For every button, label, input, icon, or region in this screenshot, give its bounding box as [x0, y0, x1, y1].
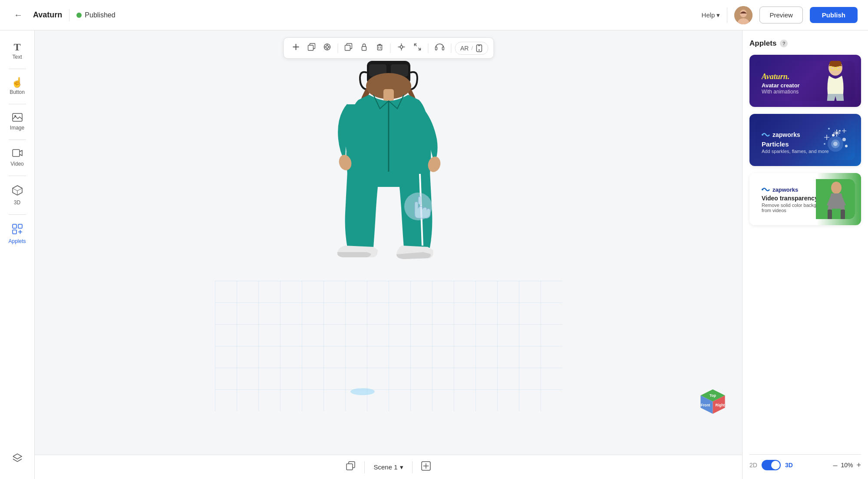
- zoom-controls: – 10% +: [833, 461, 861, 470]
- sidebar-item-label: Image: [10, 125, 24, 131]
- toggle-knob: [771, 461, 780, 469]
- sidebar-divider-2: [9, 104, 26, 104]
- ar-divider: /: [471, 45, 473, 51]
- sidebar-item-image[interactable]: Image: [3, 109, 32, 135]
- 3d-canvas[interactable]: Top Front Right: [35, 30, 742, 455]
- svg-rect-42: [215, 281, 562, 411]
- svg-point-71: [839, 130, 841, 132]
- svg-marker-7: [13, 186, 22, 191]
- header: ← Avaturn Published Help ▾ Preview Publi…: [0, 0, 868, 30]
- svg-point-74: [845, 145, 848, 147]
- sidebar-divider: [9, 69, 26, 69]
- svg-point-73: [828, 128, 830, 130]
- published-label: Published: [85, 11, 115, 19]
- project-title: Avaturn: [33, 10, 62, 20]
- sidebar-item-applets[interactable]: Applets: [3, 219, 32, 249]
- svg-point-88: [831, 182, 842, 194]
- zoom-minus-button[interactable]: –: [833, 461, 837, 470]
- sidebar-item-button[interactable]: ☝ Button: [3, 73, 32, 100]
- 2d-label: 2D: [749, 462, 757, 469]
- image-icon: [12, 113, 23, 123]
- sidebar-item-label: Applets: [8, 238, 26, 244]
- sidebar-divider-3: [9, 140, 26, 140]
- scene-bar-divider: [364, 461, 365, 473]
- svg-point-43: [350, 388, 375, 395]
- ar-label: AR: [460, 45, 469, 52]
- scene-label[interactable]: Scene 1 ▾: [373, 463, 403, 471]
- applet-card-particles[interactable]: zapworks Particles Add sparkles, flames,…: [749, 114, 861, 166]
- bottom-bar: Scene 1 ▾: [35, 455, 742, 479]
- svg-point-86: [833, 142, 838, 146]
- header-divider: [727, 7, 727, 23]
- scene-chevron-icon: ▾: [400, 463, 403, 471]
- copy-button[interactable]: [341, 41, 355, 55]
- svg-rect-25: [345, 45, 350, 50]
- duplicate-button[interactable]: [304, 41, 318, 55]
- sidebar-item-3d[interactable]: 3D: [3, 180, 32, 210]
- grid: [215, 281, 562, 411]
- delete-button[interactable]: [373, 41, 386, 55]
- applets-header: Applets ?: [749, 39, 861, 48]
- 3d-icon: [12, 185, 23, 198]
- applets-icon: [12, 223, 23, 236]
- button-icon: ☝: [11, 78, 23, 87]
- applets-help-button[interactable]: ?: [780, 40, 788, 47]
- toolbar-divider-3: [428, 43, 428, 53]
- move-button[interactable]: [394, 40, 409, 56]
- sidebar-divider-5: [9, 214, 26, 215]
- svg-text:Right: Right: [716, 403, 725, 407]
- svg-rect-9: [13, 224, 17, 228]
- header-right: Help ▾ Preview Publish: [702, 6, 858, 24]
- orientation-cube: Top Front Right: [696, 387, 729, 420]
- applet-card-video-transparency[interactable]: zapworks Video transparency Remove solid…: [749, 173, 861, 225]
- published-badge: Published: [76, 11, 115, 19]
- left-sidebar: T Text ☝ Button Image Video 3D: [0, 30, 35, 479]
- ar-toggle[interactable]: AR /: [455, 42, 488, 55]
- 3d-label: 3D: [785, 462, 793, 469]
- svg-point-41: [479, 49, 480, 50]
- sidebar-divider-4: [9, 176, 26, 176]
- scene-add-button[interactable]: [421, 461, 431, 473]
- svg-rect-48: [383, 89, 394, 101]
- svg-point-19: [326, 46, 328, 48]
- main-layout: T Text ☝ Button Image Video 3D: [0, 30, 868, 479]
- svg-rect-27: [377, 45, 382, 50]
- svg-rect-26: [362, 47, 366, 50]
- zoom-percent: 10%: [841, 462, 853, 469]
- add-button[interactable]: [289, 41, 303, 55]
- header-status-divider: [69, 9, 69, 21]
- sidebar-item-text[interactable]: T Text: [3, 37, 32, 64]
- svg-rect-90: [828, 210, 832, 219]
- scene-copy-button[interactable]: [346, 461, 356, 473]
- scene-bar-divider-2: [412, 461, 413, 473]
- svg-rect-10: [18, 224, 22, 228]
- toolbar: AR /: [283, 37, 494, 59]
- applets-title: Applets: [749, 39, 776, 48]
- svg-rect-91: [841, 210, 845, 219]
- preview-button[interactable]: Preview: [759, 7, 802, 23]
- applet-card-avaturn[interactable]: Avaturn. Avatar creator With animations: [749, 55, 861, 107]
- toolbar-divider-4: [451, 43, 451, 53]
- svg-rect-38: [442, 47, 444, 50]
- svg-rect-17: [308, 45, 313, 50]
- text-icon: T: [13, 42, 20, 52]
- toolbar-divider: [337, 43, 338, 53]
- 2d-3d-toggle[interactable]: [762, 460, 781, 470]
- svg-rect-37: [435, 47, 437, 50]
- lock-button[interactable]: [357, 41, 371, 55]
- collapse-button[interactable]: [410, 41, 424, 55]
- svg-rect-5: [13, 150, 20, 156]
- svg-point-92: [762, 189, 763, 190]
- sidebar-item-label: Video: [10, 161, 23, 167]
- back-button[interactable]: ←: [10, 8, 26, 22]
- published-dot: [76, 13, 82, 18]
- zoom-plus-button[interactable]: +: [856, 461, 861, 470]
- sidebar-item-label: Text: [12, 54, 22, 60]
- user-avatar[interactable]: [734, 6, 752, 24]
- help-button[interactable]: Help ▾: [702, 11, 720, 19]
- sidebar-item-layers[interactable]: [3, 449, 32, 469]
- publish-button[interactable]: Publish: [810, 7, 858, 23]
- headset-button[interactable]: [432, 41, 447, 55]
- sidebar-item-video[interactable]: Video: [3, 144, 32, 171]
- group-button[interactable]: [320, 41, 334, 55]
